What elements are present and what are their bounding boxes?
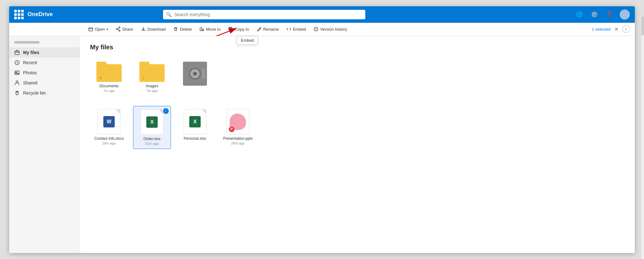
app-brand: OneDrive — [27, 11, 53, 18]
sidebar-item-label-recent: Recent — [23, 60, 37, 65]
file-meta: 7m ago — [146, 89, 158, 93]
list-item[interactable] — [176, 59, 214, 96]
info-button[interactable]: i — [622, 25, 630, 33]
list-item[interactable]: P Presentation.pptx 28m ago — [219, 106, 257, 149]
excel-file-icon: X — [141, 109, 163, 135]
svg-point-1 — [119, 27, 120, 28]
vault-icon — [183, 62, 207, 86]
file-name: Personal.xlsx — [184, 136, 206, 141]
app-window: OneDrive 🔍 🌐 ⚙️ ❓ Open ▾ Share Download — [9, 6, 635, 253]
open-chevron-icon: ▾ — [106, 28, 108, 31]
file-meta: 31m ago — [145, 142, 159, 145]
list-item[interactable]: W Contact Info.docx 29m ago — [90, 106, 128, 149]
search-bar: 🔍 — [163, 10, 365, 19]
moveto-button[interactable]: Move to — [196, 25, 224, 33]
sidebar-item-photos[interactable]: Photos — [9, 68, 80, 78]
embed-tooltip: Embed — [237, 36, 258, 45]
shared-icon — [14, 80, 20, 86]
settings-icon-btn[interactable]: ⚙️ — [589, 9, 599, 20]
globe-icon-btn[interactable]: 🌐 — [574, 9, 584, 20]
sidebar-item-label-recycle-bin: Recycle bin — [23, 90, 46, 96]
sidebar-item-recycle-bin[interactable]: Recycle bin — [9, 88, 80, 98]
svg-rect-0 — [89, 28, 93, 31]
list-item[interactable]: 1 Images 7m ago — [133, 59, 171, 96]
file-name: Images — [146, 84, 158, 88]
list-item[interactable]: X Personal.xlsx — [176, 106, 214, 149]
svg-rect-10 — [15, 51, 19, 54]
pptx-file-icon: P — [227, 109, 249, 134]
list-item[interactable]: 0 Documents 7m ago — [90, 59, 128, 96]
sidebar-item-recent[interactable]: Recent — [9, 58, 80, 68]
embed-button[interactable]: Embed — [283, 25, 309, 33]
svg-rect-4 — [200, 28, 202, 31]
title-bar: OneDrive 🔍 🌐 ⚙️ ❓ — [9, 6, 635, 23]
excel-file-icon-2: X — [184, 109, 206, 134]
file-grid: 0 Documents 7m ago 1 Images 7m ag — [90, 59, 625, 149]
sidebar-item-label-photos: Photos — [23, 70, 37, 75]
folder-images-icon: 1 — [139, 62, 165, 82]
share-button[interactable]: Share — [112, 25, 137, 33]
photos-icon — [14, 70, 20, 76]
sidebar-item-label-shared: Shared — [23, 80, 37, 85]
sidebar: My files Recent Photos Shared Recycle bi… — [9, 36, 80, 253]
my-files-icon — [14, 50, 20, 55]
content-area: My files 0 Documents 7m ago — [80, 36, 635, 253]
versionhistory-button[interactable]: Version history — [310, 25, 350, 33]
open-button[interactable]: Open ▾ — [85, 25, 111, 33]
sidebar-item-label-my-files: My files — [23, 50, 39, 55]
command-bar: Open ▾ Share Download Delete Move to Cop… — [9, 23, 635, 36]
rename-button[interactable]: Rename — [253, 25, 282, 33]
avatar[interactable] — [620, 9, 630, 20]
recycle-bin-icon — [14, 90, 20, 96]
copyto-button[interactable]: Copy to — [225, 25, 252, 33]
recent-icon — [14, 60, 20, 65]
svg-point-14 — [16, 81, 18, 83]
svg-point-2 — [119, 30, 120, 31]
user-bar-placeholder — [14, 41, 39, 44]
file-name: Contact Info.docx — [94, 136, 124, 141]
selection-checkmark: ✓ — [163, 108, 169, 114]
sidebar-item-my-files[interactable]: My files — [9, 47, 80, 58]
download-button[interactable]: Download — [138, 25, 169, 33]
folder-documents-icon: 0 — [96, 62, 122, 82]
file-name: Documents — [100, 84, 119, 88]
command-bar-right: 1 selected ✕ i — [592, 25, 630, 33]
svg-point-3 — [116, 28, 118, 30]
search-icon: 🔍 — [166, 12, 172, 17]
section-title: My files — [90, 44, 625, 51]
close-selection-button[interactable]: ✕ — [613, 26, 620, 33]
file-meta: 29m ago — [102, 141, 116, 145]
file-name: Presentation.pptx — [223, 136, 252, 141]
file-name: Order.xlsx — [143, 137, 161, 141]
selected-badge: 1 selected — [592, 27, 611, 32]
title-bar-actions: 🌐 ⚙️ ❓ — [574, 9, 630, 20]
file-meta: 7m ago — [103, 89, 115, 93]
main-layout: My files Recent Photos Shared Recycle bi… — [9, 36, 635, 253]
list-item[interactable]: ✓ X Order.xlsx 31m ago — [133, 106, 171, 149]
sidebar-item-shared[interactable]: Shared — [9, 78, 80, 88]
file-meta: 28m ago — [231, 141, 245, 145]
waffle-menu[interactable] — [14, 10, 24, 19]
sidebar-user — [9, 39, 80, 47]
help-icon-btn[interactable]: ❓ — [605, 9, 615, 20]
delete-button[interactable]: Delete — [170, 25, 195, 33]
word-file-icon: W — [98, 109, 120, 134]
search-input[interactable] — [163, 10, 365, 19]
